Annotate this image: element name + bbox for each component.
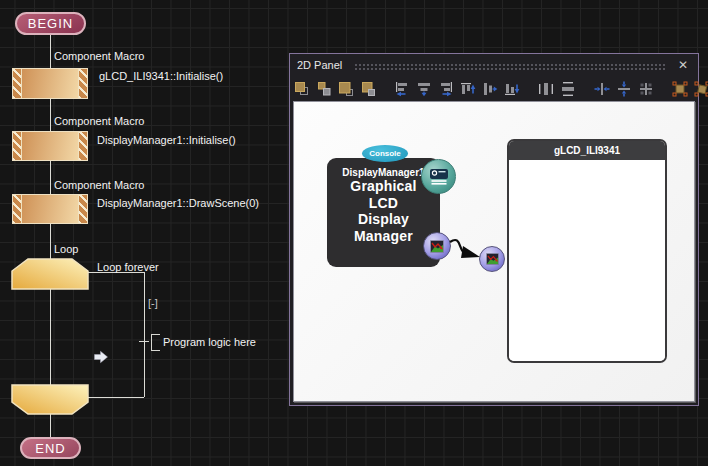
macro-hatch-left — [13, 132, 21, 160]
panel-title: 2D Panel — [297, 59, 342, 71]
edit-points-icon[interactable] — [694, 81, 708, 97]
align-top-icon[interactable] — [460, 81, 476, 97]
panel-canvas[interactable]: DisplayManager1 Graphical LCD Display Ma… — [293, 101, 695, 402]
title-grip[interactable] — [354, 63, 665, 71]
macro-call-label: DisplayManager1::Initialise() — [97, 134, 236, 146]
connection-arrow — [446, 228, 486, 264]
macro-type-label: Component Macro — [54, 50, 145, 62]
macro-type-label: Component Macro — [54, 115, 145, 127]
component-macro-block-1[interactable] — [12, 68, 88, 99]
loop-branch-right — [144, 272, 145, 397]
macro-body — [21, 195, 79, 223]
loop-branch-bottom — [88, 397, 144, 398]
console-port-icon — [429, 168, 449, 185]
loop-end-block[interactable] — [11, 384, 89, 416]
space-vertical-icon[interactable] — [616, 81, 632, 97]
component-macro-block-2[interactable] — [12, 131, 88, 161]
component-caption-line: Display — [327, 211, 440, 228]
align-center-horizontal-icon[interactable] — [416, 81, 432, 97]
macro-type-label: Component Macro — [54, 179, 145, 191]
align-bottom-icon[interactable] — [504, 81, 520, 97]
console-port[interactable] — [421, 159, 456, 194]
align-right-icon[interactable] — [438, 81, 454, 97]
end-label: END — [35, 441, 65, 456]
begin-label: BEGIN — [28, 16, 73, 31]
arrange-send-to-back-icon[interactable] — [316, 81, 332, 97]
loop-begin-block[interactable] — [11, 258, 89, 291]
macro-call-label: gLCD_ILI9341::Initialise() — [99, 70, 223, 82]
macro-hatch-right — [79, 195, 87, 223]
console-badge[interactable]: Console — [362, 145, 408, 162]
comment-bracket — [151, 334, 160, 351]
space-horizontal-icon[interactable] — [594, 81, 610, 97]
arrange-bring-forward-icon[interactable] — [338, 81, 354, 97]
loop-type-label: Loop — [54, 243, 78, 255]
comment-tick — [139, 341, 149, 342]
glcd-title: gLCD_ILI9341 — [554, 145, 620, 156]
flow-line-to-end — [50, 413, 51, 437]
macro-hatch-right — [79, 132, 87, 160]
macro-hatch-right — [79, 69, 87, 98]
glcd-screen — [509, 160, 665, 363]
macro-call-label: DisplayManager1::DrawScene(0) — [97, 197, 259, 209]
image-port-icon — [486, 253, 499, 265]
loop-comment-label: Program logic here — [163, 336, 256, 348]
end-block[interactable]: END — [20, 437, 81, 459]
close-icon[interactable]: ✕ — [675, 58, 691, 72]
panel-toolbar — [294, 76, 696, 101]
insert-point-arrow-icon[interactable] — [93, 350, 109, 364]
macro-body — [21, 69, 79, 98]
console-badge-label: Console — [369, 149, 401, 158]
image-port-icon — [430, 240, 444, 253]
align-left-icon[interactable] — [394, 81, 410, 97]
selection-handles-icon[interactable] — [672, 81, 688, 97]
distribute-horizontal-icon[interactable] — [538, 81, 554, 97]
macro-hatch-left — [13, 69, 21, 98]
panel-title-bar[interactable]: 2D Panel ✕ — [290, 54, 698, 76]
2d-panel-window: 2D Panel ✕ — [289, 53, 699, 406]
arrange-send-backward-icon[interactable] — [360, 81, 376, 97]
macro-body — [21, 132, 79, 160]
align-middle-vertical-icon[interactable] — [482, 81, 498, 97]
begin-block[interactable]: BEGIN — [15, 12, 86, 35]
loop-collapse-toggle[interactable]: [-] — [148, 297, 158, 309]
workspace-background: BEGIN Component Macro gLCD_ILI9341::Init… — [0, 0, 708, 466]
distribute-vertical-icon[interactable] — [560, 81, 576, 97]
component-macro-block-3[interactable] — [12, 194, 88, 224]
loop-condition-label: Loop forever — [97, 261, 159, 273]
component-caption-line: LCD — [327, 195, 440, 212]
center-in-panel-icon[interactable] — [638, 81, 654, 97]
glcd-component[interactable]: gLCD_ILI9341 — [507, 139, 667, 363]
arrange-bring-to-front-icon[interactable] — [294, 81, 310, 97]
glcd-title-bar: gLCD_ILI9341 — [509, 141, 665, 160]
macro-hatch-left — [13, 195, 21, 223]
flow-line-loop-body — [50, 289, 51, 386]
